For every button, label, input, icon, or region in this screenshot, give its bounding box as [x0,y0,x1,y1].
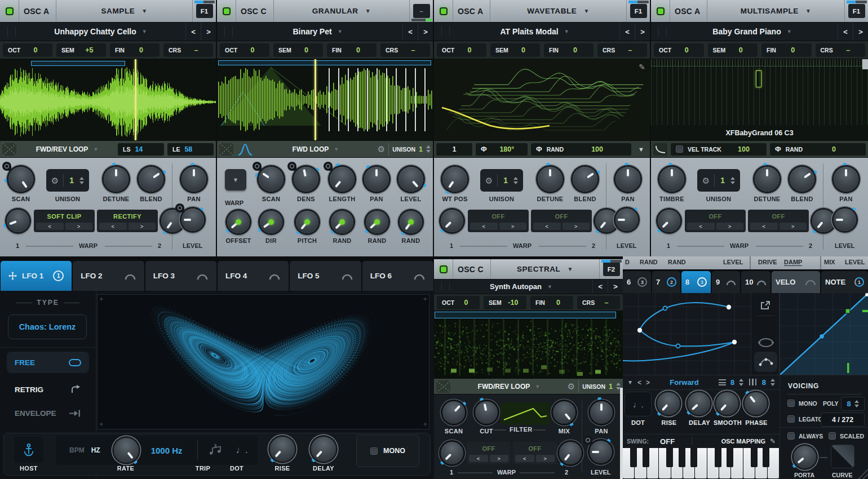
density-control[interactable]: DENS [291,167,321,202]
blend-control[interactable]: BLEND [135,167,167,202]
unison-value[interactable]: 1 [68,176,75,185]
warp2-mode-select[interactable]: OFF<> [531,210,592,232]
phase-field[interactable]: Φ180° [476,143,528,156]
warp2-prev-button[interactable]: < [515,455,534,462]
scan-knob[interactable] [259,167,284,192]
preset-prev-button[interactable]: < [592,280,608,294]
osc-enable-button[interactable] [651,0,670,22]
rand-knob[interactable] [366,211,388,233]
zone-grid[interactable] [651,59,868,125]
tab-lfo-1[interactable]: LFO 11 [1,261,72,291]
length-control[interactable]: LENGTH [326,167,358,202]
always-checkbox[interactable] [787,432,795,440]
blend-knob[interactable] [790,167,814,192]
sem-field[interactable]: SEM-10 [484,296,526,309]
tab-lfo-6[interactable]: LFO 6 [362,261,433,291]
wavetable-3d-display[interactable]: ✎ [434,59,650,141]
warp1-mode-select[interactable]: OFF<> [685,210,746,232]
timbre-control[interactable]: TIMBRE [656,167,688,202]
chevron-down-icon[interactable]: ▼ [638,146,644,153]
gear-icon[interactable]: ⚙ [485,176,493,185]
warp1-mode-select[interactable]: OFF<> [468,210,529,232]
preset-prev-button[interactable]: < [185,23,201,41]
envelope-icon[interactable] [653,143,667,156]
preset-next-button[interactable]: > [635,23,650,41]
scaled-checkbox[interactable] [829,432,836,440]
detune-knob[interactable] [755,167,780,192]
length-knob[interactable] [330,167,355,192]
crs-field[interactable]: CRS– [163,43,213,57]
unison-value[interactable]: 1 [609,383,613,391]
tab-note[interactable]: NOTE1 [821,271,868,293]
stepper-icon[interactable] [730,177,735,184]
level-knob[interactable] [398,167,423,192]
detune-knob[interactable] [538,167,563,192]
density-knob[interactable] [294,167,318,192]
blend-control[interactable]: BLEND [569,167,601,202]
preset-prev-button[interactable]: < [838,23,853,41]
offset-control[interactable]: OFFSET [223,211,254,244]
detune-control[interactable]: DETUNE [751,167,783,202]
warp1-next-button[interactable]: > [716,223,744,230]
note-count-field[interactable]: 4 / 272 [821,413,865,427]
division-value[interactable]: 8 [762,378,766,387]
osc-mapping-label[interactable]: OSC MAPPING [721,438,765,445]
tab-velo[interactable]: VELO [772,271,820,293]
rand1-control[interactable]: RAND [327,211,357,244]
stepper-icon[interactable] [79,177,84,184]
arp-curve-editor[interactable] [623,293,751,375]
triplet-icon[interactable]: 3 [208,443,222,458]
sem-field[interactable]: SEM0 [490,43,540,57]
unison-value[interactable]: 1 [719,176,726,185]
tab-seq-6[interactable]: 63 [623,271,651,293]
host-sync-button[interactable] [14,437,43,463]
warp1-next-button[interactable]: > [490,455,509,462]
scan-knob[interactable] [8,167,33,192]
osc-enable-button[interactable] [0,0,19,22]
level-knob[interactable] [615,209,638,231]
crs-field[interactable]: CRS– [380,43,430,57]
rand2-control[interactable]: RAND [362,211,392,244]
velocity-curve-display[interactable] [780,293,868,375]
spectral-display[interactable] [434,311,623,379]
sample-name-bar[interactable]: XFBabyGrand 06 C3 [651,125,868,141]
ellipse-tool-icon[interactable] [758,337,774,351]
warp1-next-button[interactable]: > [65,223,93,230]
warp2-prev-button[interactable]: < [533,223,561,230]
oct-field[interactable]: OCT0 [220,43,269,57]
tab-seq-9[interactable]: 9 [712,271,740,293]
pan-control[interactable]: PAN [612,167,644,202]
delay-knob[interactable] [311,437,336,462]
multisample-zone-display[interactable]: XFBabyGrand 06 C3 [651,59,868,141]
scan-knob[interactable] [442,401,465,424]
dir-control[interactable]: DIR [258,211,285,244]
tab-lfo-3[interactable]: LFO 3 [145,261,216,291]
warp1-knob[interactable] [7,210,29,232]
pan-knob[interactable] [181,167,206,192]
warp2-mode-select[interactable]: OFF<> [748,210,809,232]
active-zone-cell[interactable] [756,70,761,87]
warp1-knob[interactable] [441,210,463,232]
pan-knob[interactable] [364,167,389,192]
vel-track-field[interactable]: VEL TRACK100 [671,143,767,156]
loop-mode-select[interactable]: FWD LOOP▼ [257,145,374,153]
dotted-note-icon[interactable]: ♩. [236,445,248,456]
pan-control[interactable]: PAN [590,401,613,434]
loop-region-handle[interactable] [218,60,431,65]
timbre-knob[interactable] [659,167,684,192]
crs-field[interactable]: CRS– [577,296,620,309]
warp1-prev-button[interactable]: < [470,223,498,230]
unison-box[interactable]: ⚙1 [697,169,740,192]
lfo-mode-envelope[interactable]: ENVELOPE [7,402,89,424]
curve-tool-button[interactable] [754,352,777,372]
scan-control[interactable]: SCAN [441,401,467,434]
crs-field[interactable]: CRS– [597,43,647,57]
stepper-icon[interactable] [513,177,518,184]
warp1-next-button[interactable]: > [499,223,527,230]
oct-field[interactable]: OCT0 [3,43,52,57]
oct-field[interactable]: OCT0 [437,296,480,309]
stepper-icon[interactable] [770,379,775,386]
mono-toggle[interactable]: MONO [356,434,419,467]
pencil-icon[interactable]: ✎ [770,437,776,445]
resize-grip[interactable] [856,467,868,479]
